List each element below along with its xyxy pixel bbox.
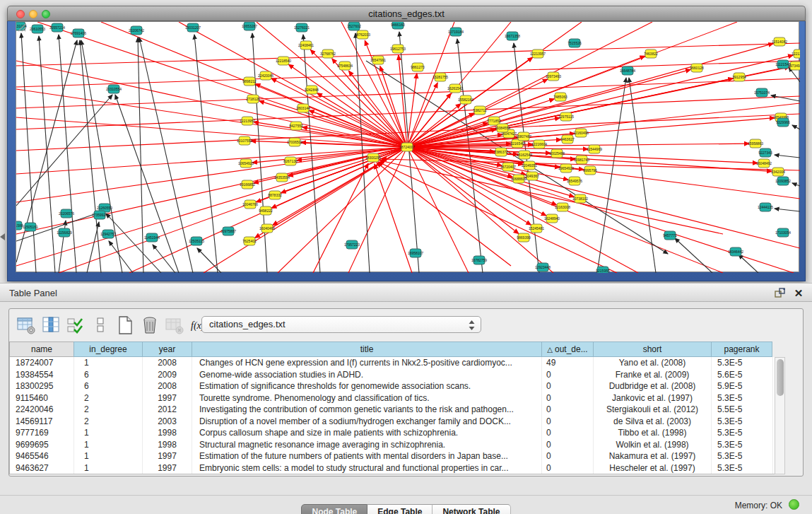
graph-node-label: 3216540: [510, 141, 524, 146]
window-titlebar[interactable]: citations_edges.txt: [7, 6, 806, 21]
table-cell: 5.3E-5: [712, 357, 773, 369]
citation-edge: [16, 61, 407, 147]
table-selector-dropdown[interactable]: citations_edges.txt: [201, 316, 481, 333]
directed-edge: [366, 61, 668, 254]
directed-edge: [39, 36, 55, 273]
table-cell: 0: [542, 392, 594, 404]
graph-node-label: 13281755: [433, 75, 448, 79]
delete-table-icon[interactable]: [165, 315, 184, 335]
citation-edge: [407, 147, 531, 225]
table-panel-box: f(x) citations_edges.txt namein_degreeye…: [8, 308, 804, 477]
column-header-short[interactable]: short: [593, 341, 711, 357]
table-cell: 1: [74, 439, 143, 451]
float-window-icon[interactable]: [774, 287, 787, 300]
graph-node-label: 17359924: [92, 213, 107, 217]
table-cell: 1997: [143, 462, 192, 474]
directed-edge: [739, 255, 758, 273]
table-cell: 5.3E-5: [712, 427, 773, 439]
directed-edge: [81, 40, 122, 273]
table-cell: Nakamura et al. (1997): [594, 450, 712, 462]
table-cell: 9463627: [10, 462, 74, 474]
table-row[interactable]: 1938455462009Genome-wide association stu…: [10, 369, 785, 381]
network-window: citations_edges.txt 18724007183002952242…: [7, 6, 806, 281]
column-header-title[interactable]: title: [192, 341, 541, 357]
new-table-icon[interactable]: [115, 315, 135, 335]
table-cell: 2008: [143, 357, 192, 369]
graph-node-label: 11451944: [144, 235, 160, 240]
column-header-in_degree[interactable]: in_degree: [73, 341, 142, 357]
show-column-icon[interactable]: [41, 315, 61, 335]
table-row[interactable]: 1872400712008Changes of HCN gene express…: [10, 357, 785, 369]
graph-node-label: 10981743: [574, 158, 589, 162]
column-header-year[interactable]: year: [142, 341, 192, 357]
column-header-out_de[interactable]: △out_de...: [541, 341, 593, 357]
graph-node-label: 16648784: [620, 69, 635, 73]
graph-node-label: 9215955: [596, 269, 610, 273]
table-cell: Investigating the contribution of common…: [192, 404, 542, 416]
table-cell: 5.3E-5: [712, 439, 773, 451]
graph-node-label: 11544969: [587, 147, 602, 151]
column-header-pagerank[interactable]: pagerank: [711, 341, 772, 357]
table-row[interactable]: 2242004622012Investigating the contribut…: [10, 404, 785, 416]
row-height-icon[interactable]: [90, 315, 110, 335]
table-row[interactable]: 977716911998Corpus callosum shape and si…: [10, 427, 785, 439]
citation-edge: [313, 163, 368, 273]
graph-node-label: 15751074: [754, 90, 770, 95]
citation-edge: [348, 71, 407, 147]
table-header-row: namein_degreeyeartitle△out_de...shortpag…: [9, 341, 785, 357]
graph-node-label: 12213987: [792, 52, 800, 56]
scrollbar-thumb[interactable]: [777, 359, 784, 396]
graph-node-label: 16549576: [567, 179, 582, 183]
graph-node-label: 12160496: [573, 131, 589, 135]
panel-collapse-arrow-icon[interactable]: [0, 233, 5, 240]
table-row[interactable]: 946554611997Estimation of the future num…: [10, 450, 785, 462]
graph-node-label: 32768762: [320, 52, 336, 56]
graph-node-label: 9463627: [560, 137, 575, 141]
table-row[interactable]: 1830029562008Estimation of significance …: [10, 380, 785, 392]
select-columns-icon[interactable]: [66, 315, 86, 335]
table-panel: Table Panel ✕: [0, 283, 812, 514]
table-row[interactable]: 946362711997Embryonic stem cells: a mode…: [10, 462, 785, 474]
table-cell: 0: [542, 462, 594, 474]
graph-node-label: 9498222: [259, 209, 273, 213]
graph-node-label: 7771852: [487, 119, 501, 123]
table-cell: 2008: [143, 380, 192, 392]
table-row[interactable]: 911546021997Tourette syndrome. Phenomeno…: [10, 392, 785, 404]
graph-node-label: 7463822: [644, 52, 658, 56]
graph-node-label: 20610553: [30, 27, 45, 31]
graph-node-label: 20206576: [59, 211, 74, 216]
graph-node-label: 11156829: [57, 230, 72, 235]
table-cell: Yano et al. (2008): [594, 357, 712, 369]
table-cell: Franke et al. (2009): [594, 369, 712, 381]
table-cell: 2003: [143, 416, 192, 428]
vertical-scrollbar[interactable]: [775, 357, 785, 474]
graph-node-label: 17103054: [775, 230, 791, 235]
graph-node-label: 7515526: [567, 41, 582, 45]
graph-node-label: 14353594: [274, 175, 290, 180]
table-cell: 1: [74, 427, 143, 439]
graph-node-label: 18300295: [365, 156, 381, 160]
delete-column-icon[interactable]: [140, 315, 160, 335]
resize-grip-icon[interactable]: [16, 22, 26, 32]
graph-node-label: 10738102: [572, 197, 588, 201]
table-cell: 49: [542, 357, 594, 369]
graph-node-label: 10688609: [511, 177, 526, 181]
window-title: citations_edges.txt: [8, 8, 805, 19]
table-row[interactable]: 1456911722003Disruption of a novel membe…: [10, 416, 785, 428]
table-cell: 1998: [143, 439, 192, 451]
graph-node-label: 16547991: [370, 58, 386, 62]
table-cell: 1: [74, 450, 143, 462]
table-cell: 5.3E-5: [712, 392, 773, 404]
column-header-name[interactable]: name: [9, 341, 73, 357]
graph-node-label: 5382711: [473, 108, 486, 112]
graph-node-label: 16248940: [544, 216, 560, 221]
table-options-icon[interactable]: [16, 315, 36, 335]
citation-edge: [310, 49, 407, 147]
directed-edge: [87, 222, 99, 273]
table-row[interactable]: 969969511998Structural magnetic resonanc…: [10, 439, 785, 451]
network-canvas[interactable]: 1872400718300295224200469898212271812612…: [16, 21, 799, 272]
table-cell: 0: [542, 369, 594, 381]
graph-node-label: 8995796: [583, 168, 597, 173]
graph-node-label: 8878332: [268, 193, 282, 197]
close-icon[interactable]: ✕: [792, 287, 805, 300]
